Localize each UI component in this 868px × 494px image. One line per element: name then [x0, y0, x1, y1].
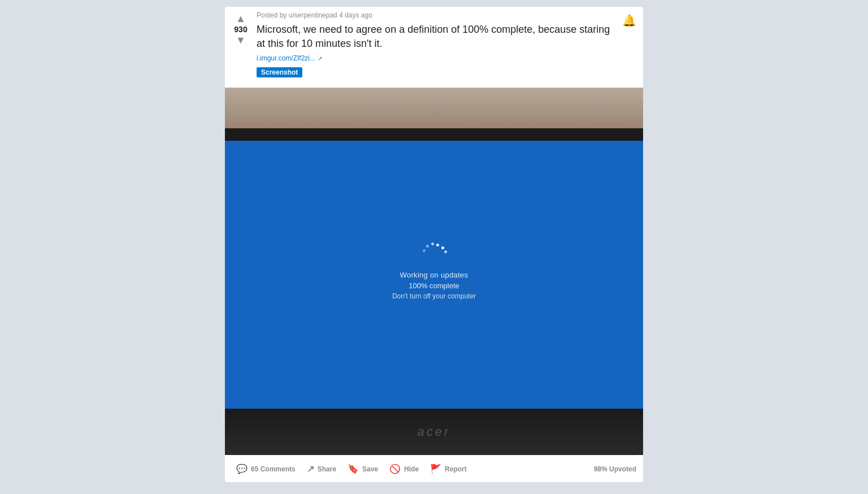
upvote-button[interactable]: ▲ [236, 14, 246, 24]
share-label: Share [318, 465, 336, 473]
dot-2 [426, 245, 429, 248]
post-meta: Posted by u/serpentinepad 4 days ago [257, 11, 615, 19]
update-line-2: 100% complete [392, 281, 476, 290]
post-title: Microsoft, we need to agree on a definit… [257, 23, 615, 51]
update-line-1: Working on updates [392, 271, 476, 279]
page-wrapper: ▲ 930 ▼ Posted by u/serpentinepad 4 days… [0, 0, 868, 494]
update-line-3: Don't turn off your computer [392, 292, 476, 300]
vote-column: ▲ 930 ▼ [232, 11, 250, 45]
comments-button[interactable]: 💬 65 Comments [232, 460, 300, 478]
meta-prefix: Posted by [257, 11, 289, 19]
hide-icon: 🚫 [389, 463, 401, 474]
acer-logo: acer [418, 424, 451, 439]
screenshot-tag[interactable]: Screenshot [257, 67, 302, 77]
dot-1 [423, 249, 426, 252]
report-label: Report [445, 465, 467, 473]
report-icon: 🚩 [430, 463, 441, 474]
post-link-text: i.imgur.com/ZIf2zi... [257, 54, 315, 62]
share-button[interactable]: ↗ Share [302, 460, 341, 478]
hide-button[interactable]: 🚫 Hide [385, 460, 423, 478]
dot-5 [441, 246, 444, 249]
monitor-top-bezel [225, 128, 643, 141]
post-body: Posted by u/serpentinepad 4 days ago Mic… [257, 11, 615, 83]
upvote-percentage: 98% Upvoted [594, 465, 636, 473]
vote-count: 930 [234, 25, 247, 34]
save-button[interactable]: 🔖 Save [343, 460, 383, 478]
save-label: Save [362, 465, 378, 473]
post-link[interactable]: i.imgur.com/ZIf2zi... ↗ [257, 54, 615, 62]
dot-4 [436, 244, 439, 246]
dot-3 [431, 242, 434, 245]
timestamp: 4 days ago [339, 11, 372, 19]
notification-bell-icon[interactable]: 🔔 [622, 11, 636, 27]
post-header: ▲ 930 ▼ Posted by u/serpentinepad 4 days… [232, 11, 636, 83]
monitor-bottom-bezel: acer [225, 409, 643, 455]
post-container: ▲ 930 ▼ Posted by u/serpentinepad 4 days… [225, 7, 643, 482]
post-footer: 💬 65 Comments ↗ Share 🔖 Save 🚫 Hide 🚩 [232, 455, 636, 482]
content-area: ▲ 930 ▼ Posted by u/serpentinepad 4 days… [225, 0, 643, 494]
username-link[interactable]: u/serpentinepad [289, 11, 337, 19]
screen-content: Working on updates 100% complete Don't t… [392, 249, 476, 300]
post-image: Working on updates 100% complete Don't t… [225, 88, 643, 455]
monitor-screen: Working on updates 100% complete Don't t… [225, 141, 643, 409]
loading-indicator [392, 249, 476, 261]
comments-icon: 💬 [236, 463, 248, 474]
external-link-icon: ↗ [318, 55, 322, 62]
downvote-button[interactable]: ▼ [236, 35, 246, 45]
report-button[interactable]: 🚩 Report [426, 460, 471, 478]
share-icon: ↗ [307, 463, 314, 474]
comments-label: 65 Comments [251, 465, 296, 473]
post-image-container: Working on updates 100% complete Don't t… [225, 88, 643, 455]
save-icon: 🔖 [348, 463, 359, 474]
dot-6 [444, 250, 447, 253]
hide-label: Hide [404, 465, 419, 473]
